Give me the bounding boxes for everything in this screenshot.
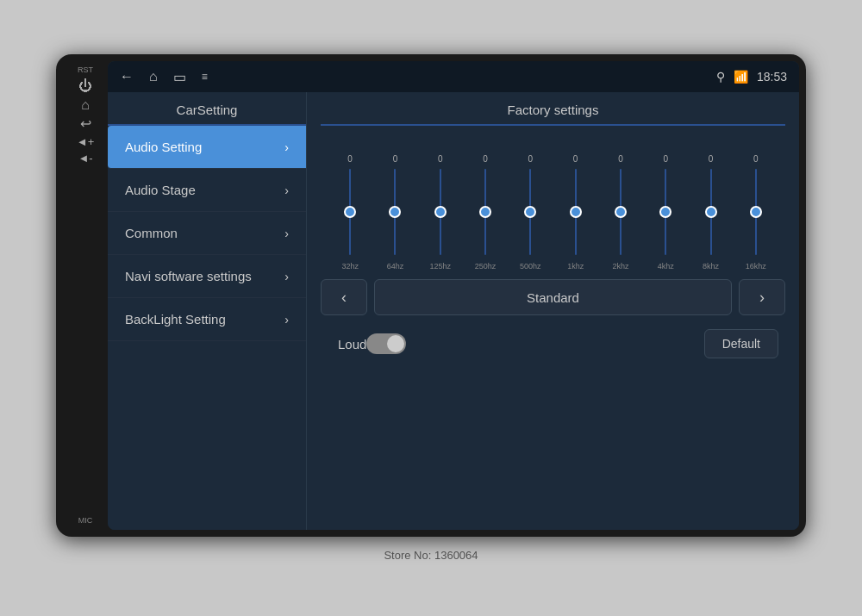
mic-icon: MIC xyxy=(78,517,93,525)
menu-item-backlight[interactable]: BackLight Setting › xyxy=(108,298,306,341)
loud-row: Loud Default xyxy=(321,329,785,358)
menu-item-audio-stage-label: Audio Stage xyxy=(125,183,196,197)
eq-thumb-1khz[interactable] xyxy=(570,206,582,218)
eq-label-1khz: 1khz xyxy=(567,262,584,271)
wifi-icon: 📶 xyxy=(734,70,748,84)
eq-value-125hz: 0 xyxy=(438,154,443,164)
location-icon: ⚲ xyxy=(716,70,725,84)
eq-band-4khz[interactable]: 0 4khz xyxy=(643,154,688,271)
eq-slider-250hz[interactable] xyxy=(477,169,494,255)
device-frame: RST ⏻ ⌂ ↩ ◄+ ◄- MIC ← ⌂ ▭ ≡ ⚲ 📶 18:53 xyxy=(56,54,806,537)
power-icon[interactable]: ⏻ xyxy=(78,79,92,93)
menu-item-common[interactable]: Common › xyxy=(108,212,306,255)
menu-item-audio-setting[interactable]: Audio Setting › xyxy=(108,126,306,169)
eq-band-500hz[interactable]: 0 500hz xyxy=(508,154,553,271)
eq-thumb-4khz[interactable] xyxy=(659,206,671,218)
eq-band-64hz[interactable]: 0 64hz xyxy=(372,154,417,271)
eq-label-8khz: 8khz xyxy=(703,262,719,271)
eq-thumb-8khz[interactable] xyxy=(705,206,717,218)
preset-current-label: Standard xyxy=(374,279,732,315)
status-bar: ← ⌂ ▭ ≡ ⚲ 📶 18:53 xyxy=(108,61,799,92)
loud-label: Loud xyxy=(338,337,366,352)
chevron-icon-backlight: › xyxy=(284,313,289,327)
recents-nav-icon[interactable]: ▭ xyxy=(173,69,186,85)
default-button[interactable]: Default xyxy=(704,329,778,358)
eq-value-64hz: 0 xyxy=(393,154,398,164)
main-content: CarSetting Audio Setting › Audio Stage ›… xyxy=(108,92,799,530)
eq-thumb-32hz[interactable] xyxy=(344,206,356,218)
eq-label-125hz: 125hz xyxy=(429,262,451,271)
equalizer: 0 32hz 0 64hz xyxy=(321,133,785,271)
eq-thumb-500hz[interactable] xyxy=(524,206,536,218)
eq-value-16khz: 0 xyxy=(753,154,759,164)
menu-item-audio-setting-label: Audio Setting xyxy=(125,140,202,154)
right-panel: Factory settings 0 32hz 0 xyxy=(306,92,799,530)
eq-label-16khz: 16khz xyxy=(746,262,766,271)
chevron-icon-common: › xyxy=(284,227,289,240)
eq-value-8khz: 0 xyxy=(709,154,714,164)
chevron-right-icon: › xyxy=(759,289,765,307)
chevron-icon-audio-setting: › xyxy=(284,140,289,154)
eq-value-500hz: 0 xyxy=(528,154,534,164)
eq-slider-16khz[interactable] xyxy=(747,169,765,255)
main-screen: ← ⌂ ▭ ≡ ⚲ 📶 18:53 CarSetting Audio Setti… xyxy=(108,61,799,530)
menu-item-common-label: Common xyxy=(125,226,178,240)
loud-toggle[interactable] xyxy=(366,333,406,354)
menu-item-navi[interactable]: Navi software settings › xyxy=(108,255,306,298)
eq-band-16khz[interactable]: 0 16khz xyxy=(734,154,778,271)
eq-band-2khz[interactable]: 0 2khz xyxy=(598,154,643,271)
back-nav-icon[interactable]: ← xyxy=(120,69,134,84)
eq-slider-4khz[interactable] xyxy=(657,169,674,255)
chevron-icon-navi: › xyxy=(284,270,289,283)
eq-thumb-2khz[interactable] xyxy=(615,206,627,218)
panel-title: Factory settings xyxy=(321,92,785,126)
rst-icon[interactable]: RST xyxy=(78,66,93,74)
vol-up-icon[interactable]: ◄+ xyxy=(77,136,94,147)
eq-value-2khz: 0 xyxy=(618,154,623,164)
chevron-icon-audio-stage: › xyxy=(284,184,289,197)
eq-slider-8khz[interactable] xyxy=(703,169,720,255)
eq-slider-125hz[interactable] xyxy=(432,169,449,255)
eq-slider-2khz[interactable] xyxy=(612,169,629,255)
preset-row: ‹ Standard › xyxy=(321,279,785,315)
eq-slider-1khz[interactable] xyxy=(567,169,584,255)
preset-next-button[interactable]: › xyxy=(739,279,785,315)
eq-label-250hz: 250hz xyxy=(475,262,497,271)
eq-slider-32hz[interactable] xyxy=(341,169,359,255)
back-physical-icon[interactable]: ↩ xyxy=(80,117,91,131)
eq-band-8khz[interactable]: 0 8khz xyxy=(688,154,733,271)
eq-band-1khz[interactable]: 0 1khz xyxy=(553,154,597,271)
eq-label-500hz: 500hz xyxy=(520,262,541,271)
eq-slider-500hz[interactable] xyxy=(522,169,539,255)
preset-prev-button[interactable]: ‹ xyxy=(321,279,367,315)
vol-down-icon[interactable]: ◄- xyxy=(78,152,92,164)
home-nav-icon[interactable]: ⌂ xyxy=(149,69,158,84)
eq-thumb-250hz[interactable] xyxy=(479,206,491,218)
eq-slider-64hz[interactable] xyxy=(386,169,403,255)
physical-sidebar: RST ⏻ ⌂ ↩ ◄+ ◄- MIC xyxy=(63,61,108,530)
menu-item-navi-label: Navi software settings xyxy=(125,269,252,283)
eq-thumb-64hz[interactable] xyxy=(389,206,401,218)
eq-label-64hz: 64hz xyxy=(387,262,404,271)
left-menu: CarSetting Audio Setting › Audio Stage ›… xyxy=(108,92,306,530)
eq-band-125hz[interactable]: 0 125hz xyxy=(418,154,463,271)
status-right: ⚲ 📶 18:53 xyxy=(716,70,787,84)
eq-label-32hz: 32hz xyxy=(341,262,359,271)
menu-item-backlight-label: BackLight Setting xyxy=(125,312,226,327)
eq-thumb-16khz[interactable] xyxy=(750,206,762,218)
toggle-knob xyxy=(387,335,404,352)
menu-nav-icon[interactable]: ≡ xyxy=(202,71,208,83)
eq-thumb-125hz[interactable] xyxy=(434,206,447,218)
eq-band-250hz[interactable]: 0 250hz xyxy=(463,154,508,271)
eq-band-32hz[interactable]: 0 32hz xyxy=(328,154,372,271)
clock: 18:53 xyxy=(757,70,787,84)
eq-label-2khz: 2khz xyxy=(612,262,628,271)
store-label: Store No: 1360064 xyxy=(384,549,478,562)
eq-value-32hz: 0 xyxy=(347,154,353,164)
eq-value-1khz: 0 xyxy=(573,154,578,164)
eq-value-4khz: 0 xyxy=(663,154,668,164)
nav-icons: ← ⌂ ▭ ≡ xyxy=(120,69,208,85)
menu-item-audio-stage[interactable]: Audio Stage › xyxy=(108,169,306,212)
home-physical-icon[interactable]: ⌂ xyxy=(81,98,90,112)
eq-value-250hz: 0 xyxy=(483,154,488,164)
